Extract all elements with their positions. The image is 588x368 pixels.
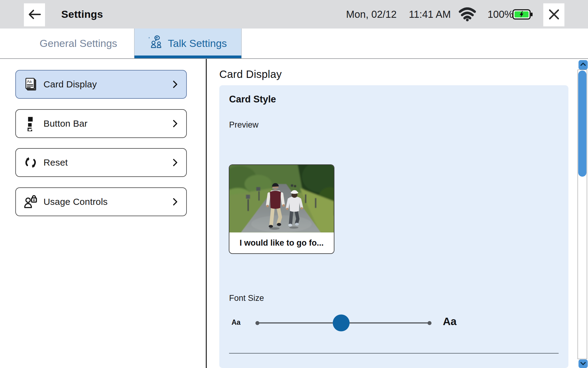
- sidebar-item-label: Reset: [39, 157, 172, 168]
- page-title: Settings: [61, 0, 103, 29]
- sidebar-item-usage-controls[interactable]: Usage Controls: [15, 187, 187, 216]
- slider-min-dot: [255, 321, 259, 325]
- status-time: 11:41 AM: [409, 0, 451, 29]
- settings-tabs: General Settings Talk Settings: [0, 29, 588, 59]
- preview-card-caption: I would like to go fo...: [229, 232, 334, 253]
- preview-photo-walking-couple: [229, 165, 334, 233]
- chevron-right-icon: [172, 197, 178, 206]
- topbar: Settings Mon, 02/12 11:41 AM 100%: [0, 0, 588, 29]
- close-button[interactable]: [543, 3, 564, 26]
- font-size-slider: Aa Aa: [219, 313, 568, 333]
- section-title: Card Style: [229, 94, 276, 105]
- svg-text:Aa: Aa: [27, 79, 32, 84]
- back-arrow-icon: [28, 9, 42, 21]
- sidebar-item-label: Card Display: [39, 79, 172, 90]
- wifi-icon: [459, 7, 476, 23]
- sidebar-item-label: Button Bar: [39, 118, 172, 129]
- tab-general-settings[interactable]: General Settings: [0, 29, 134, 58]
- font-size-max-label: Aa: [443, 315, 457, 328]
- slider-track[interactable]: [257, 322, 430, 324]
- slider-max-dot: [428, 321, 432, 325]
- tab-label: General Settings: [40, 37, 117, 49]
- preview-label: Preview: [229, 120, 258, 130]
- preview-card: I would like to go fo...: [229, 164, 334, 254]
- status-date: Mon, 02/12: [346, 0, 397, 29]
- active-tab-underline: [134, 56, 241, 58]
- button-bar-icon: [22, 116, 39, 131]
- content-heading: Card Display: [219, 68, 282, 80]
- battery-icon: [512, 9, 533, 21]
- scroll-down-button[interactable]: [579, 359, 588, 368]
- usage-controls-icon: [22, 194, 39, 209]
- sidebar-item-label: Usage Controls: [39, 197, 172, 207]
- scroll-down-icon: [580, 361, 586, 366]
- sidebar-item-card-display[interactable]: Aa Card Display: [15, 70, 187, 99]
- scrollbar-thumb[interactable]: [578, 71, 586, 177]
- battery-percent: 100%: [488, 0, 513, 29]
- close-icon: [548, 9, 560, 21]
- slider-thumb[interactable]: [333, 315, 350, 332]
- sidebar-item-button-bar[interactable]: Button Bar: [15, 109, 187, 138]
- sidebar-item-reset[interactable]: Reset: [15, 148, 187, 177]
- scroll-up-button[interactable]: [579, 60, 588, 70]
- card-display-icon: Aa: [22, 77, 39, 92]
- font-size-min-label: Aa: [232, 318, 240, 327]
- settings-screen: Settings Mon, 02/12 11:41 AM 100%: [0, 0, 588, 368]
- section-divider: [229, 353, 559, 354]
- back-button[interactable]: [24, 3, 45, 26]
- reset-icon: [22, 155, 39, 170]
- font-size-label: Font Size: [229, 293, 264, 303]
- tab-talk-settings[interactable]: Talk Settings: [134, 29, 242, 58]
- chevron-right-icon: [172, 158, 178, 167]
- talk-settings-icon: [149, 35, 164, 52]
- chevron-right-icon: [172, 119, 178, 128]
- scrollbar-track[interactable]: [578, 70, 587, 359]
- tab-label: Talk Settings: [168, 37, 227, 49]
- sidebar-content-divider: [206, 59, 207, 368]
- chevron-right-icon: [172, 80, 178, 89]
- scroll-up-icon: [580, 62, 586, 67]
